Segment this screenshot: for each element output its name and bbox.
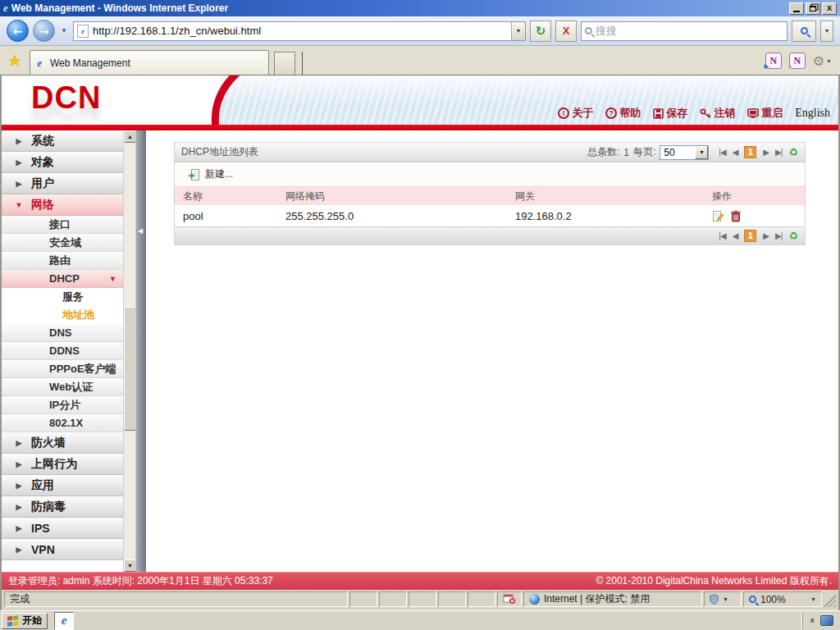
pager-last-button[interactable]: ▶| bbox=[775, 231, 782, 240]
address-dropdown-button[interactable]: ▼ bbox=[511, 22, 525, 40]
sidebar-item-antivirus[interactable]: ▶防病毒 bbox=[2, 496, 123, 518]
pager-current-page[interactable]: 1 bbox=[744, 146, 756, 158]
address-input[interactable] bbox=[93, 25, 511, 37]
sidebar-item-pppoe-client[interactable]: PPPoE客户端 bbox=[2, 360, 123, 378]
onenote-linked-icon[interactable]: N∞ bbox=[789, 52, 806, 69]
new-tab-button[interactable] bbox=[274, 52, 295, 75]
save-link[interactable]: 保存 bbox=[653, 106, 687, 121]
pager-prev-button[interactable]: ◀ bbox=[733, 148, 738, 157]
save-link-label: 保存 bbox=[666, 106, 687, 121]
select-dropdown-icon[interactable]: ▼ bbox=[695, 146, 708, 159]
search-box[interactable] bbox=[581, 21, 788, 41]
taskbar-ie-button[interactable]: e bbox=[54, 612, 74, 630]
sidebar-item-application[interactable]: ▶应用 bbox=[2, 475, 123, 496]
sidebar-item-web-auth[interactable]: Web认证 bbox=[2, 378, 123, 396]
about-link[interactable]: !关于 bbox=[558, 106, 593, 121]
sidebar-item-interface[interactable]: 接口 bbox=[2, 216, 123, 234]
pager-prev-button[interactable]: ◀ bbox=[733, 231, 738, 240]
total-label: 总条数: bbox=[587, 145, 619, 159]
search-go-button[interactable] bbox=[792, 21, 816, 42]
tray-expand-icon[interactable]: « bbox=[807, 618, 818, 623]
scroll-up-icon[interactable]: ▲ bbox=[124, 130, 136, 143]
chevron-down-icon: ▼ bbox=[13, 201, 25, 209]
cell-mask: 255.255.255.0 bbox=[285, 210, 515, 222]
favorites-star-icon[interactable]: ★ bbox=[8, 52, 21, 70]
sidebar-item-ddns[interactable]: DDNS bbox=[2, 342, 123, 360]
sidebar-item-address-pool[interactable]: 地址池 bbox=[2, 306, 123, 324]
sidebar-item-vpn[interactable]: ▶VPN bbox=[2, 539, 123, 560]
pager-first-button[interactable]: |◀ bbox=[719, 231, 725, 240]
close-button[interactable]: X bbox=[822, 2, 837, 15]
collapse-sidebar-icon[interactable]: ◀ bbox=[138, 227, 143, 235]
help-link[interactable]: ?帮助 bbox=[605, 106, 641, 121]
recent-pages-dropdown[interactable]: ▼ bbox=[59, 27, 69, 34]
reboot-link[interactable]: 重启 bbox=[747, 106, 783, 121]
search-options-dropdown[interactable]: ▼ bbox=[820, 21, 833, 42]
zoom-pane[interactable]: 100% ▼ bbox=[743, 591, 822, 607]
column-header: 操作 bbox=[712, 189, 805, 203]
per-page-select[interactable]: 50 ▼ bbox=[660, 145, 709, 160]
help-link-label: 帮助 bbox=[619, 106, 641, 121]
sidebar-item-firewall[interactable]: ▶防火墙 bbox=[2, 432, 123, 454]
scrollbar-thumb[interactable] bbox=[124, 307, 136, 431]
english-link[interactable]: English bbox=[795, 107, 830, 120]
browser-viewport: DCN !关于?帮助保存注销重启English ▶系统▶对象▶用户▼网络接口安全… bbox=[0, 75, 840, 590]
sidebar-item-dot1x[interactable]: 802.1X bbox=[2, 414, 123, 432]
tab-bar: ★ e Web Management N▶ N∞ ⚙ ▼ bbox=[0, 46, 840, 75]
sidebar-item-ip-fragment[interactable]: IP分片 bbox=[2, 396, 123, 414]
sidebar-scrollbar[interactable]: ▲ ▼ bbox=[123, 130, 135, 572]
pager-top: |◀◀1▶▶|♻ bbox=[719, 146, 798, 158]
network-tray-icon[interactable] bbox=[820, 615, 833, 626]
security-pane[interactable]: ▼ bbox=[704, 591, 742, 607]
ie-icon: e bbox=[62, 614, 67, 628]
logout-link[interactable]: 注销 bbox=[700, 106, 735, 121]
dcn-logo: DCN bbox=[31, 80, 101, 116]
pager-next-button[interactable]: ▶ bbox=[763, 231, 769, 240]
sidebar-item-label: DNS bbox=[49, 326, 71, 339]
sidebar-item-objects[interactable]: ▶对象 bbox=[2, 152, 123, 173]
resize-grip[interactable] bbox=[824, 591, 836, 607]
sidebar-item-web-behavior[interactable]: ▶上网行为 bbox=[2, 454, 123, 475]
pager-last-button[interactable]: ▶| bbox=[775, 148, 782, 157]
tools-menu-button[interactable]: ⚙ ▼ bbox=[813, 53, 832, 69]
sidebar-item-security-zone[interactable]: 安全域 bbox=[2, 234, 123, 252]
windows-taskbar: 开始 e « bbox=[0, 610, 840, 630]
sidebar-item-routing[interactable]: 路由 bbox=[2, 252, 123, 270]
address-bar[interactable]: e ▼ bbox=[73, 21, 526, 41]
pager-current-page[interactable]: 1 bbox=[744, 230, 756, 242]
search-input[interactable] bbox=[596, 25, 783, 37]
stop-button[interactable]: X bbox=[555, 21, 577, 42]
delete-icon[interactable] bbox=[730, 210, 742, 222]
sidebar-item-system[interactable]: ▶系统 bbox=[2, 130, 123, 152]
forward-button[interactable]: → bbox=[33, 20, 55, 42]
sidebar-item-label: 防火墙 bbox=[31, 436, 66, 450]
sidebar-splitter[interactable]: ◀ bbox=[135, 130, 146, 572]
back-button[interactable]: ← bbox=[7, 20, 29, 42]
restore-button[interactable] bbox=[806, 2, 820, 15]
chevron-right-icon: ▶ bbox=[13, 460, 25, 468]
sidebar-item-users[interactable]: ▶用户 bbox=[2, 173, 123, 194]
sidebar-item-service[interactable]: 服务 bbox=[2, 288, 123, 306]
security-dropdown-icon: ▼ bbox=[723, 596, 728, 602]
sidebar-item-network[interactable]: ▼网络 bbox=[2, 194, 123, 216]
tab-web-management[interactable]: e Web Management bbox=[30, 50, 269, 75]
minimize-button[interactable] bbox=[789, 2, 804, 15]
minimize-icon bbox=[793, 11, 800, 12]
refresh-list-icon[interactable]: ♻ bbox=[788, 146, 798, 158]
refresh-list-icon[interactable]: ♻ bbox=[788, 230, 798, 242]
sidebar-item-label: 对象 bbox=[31, 155, 54, 170]
help-icon: ? bbox=[605, 107, 617, 119]
start-button[interactable]: 开始 bbox=[2, 613, 48, 629]
edit-icon[interactable] bbox=[712, 210, 724, 222]
new-button[interactable]: 新建... bbox=[188, 167, 233, 181]
sidebar-item-ips[interactable]: ▶IPS bbox=[2, 518, 123, 539]
status-pane bbox=[468, 591, 495, 607]
sidebar-item-dns[interactable]: DNS bbox=[2, 324, 123, 342]
pager-first-button[interactable]: |◀ bbox=[719, 148, 725, 157]
scroll-down-icon[interactable]: ▼ bbox=[124, 559, 136, 572]
dhcp-pool-panel: DHCP地址池列表 总条数: 1 每页: 50 ▼ |◀◀1▶▶|♻ bbox=[174, 142, 806, 245]
pager-next-button[interactable]: ▶ bbox=[763, 148, 769, 157]
sidebar-item-dhcp[interactable]: DHCP▼ bbox=[2, 270, 123, 288]
onenote-send-icon[interactable]: N▶ bbox=[765, 52, 782, 69]
refresh-button[interactable]: ↻ bbox=[530, 21, 551, 42]
